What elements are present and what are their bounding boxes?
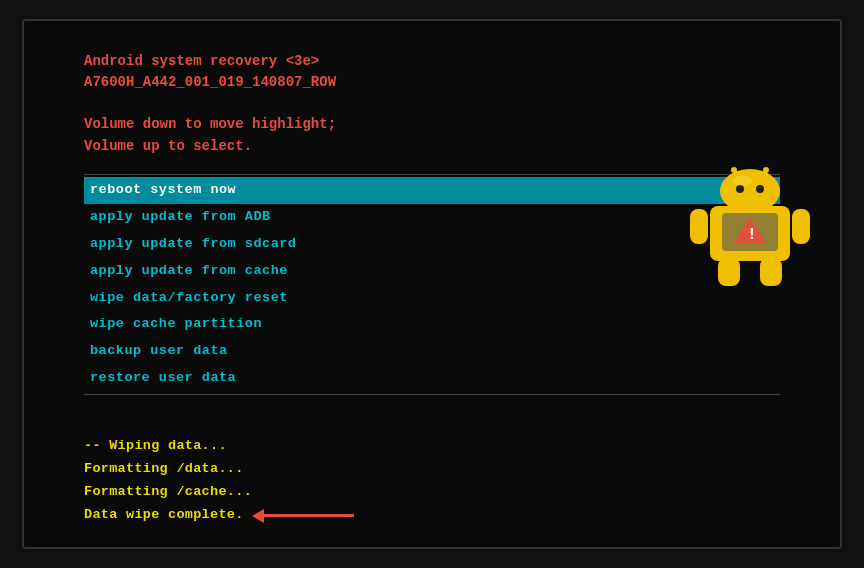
log-line-1: -- Wiping data... — [84, 435, 780, 458]
svg-point-1 — [720, 169, 780, 213]
log-line-2: Formatting /data... — [84, 458, 780, 481]
svg-point-7 — [763, 167, 769, 173]
arrow-line-icon — [264, 514, 354, 517]
log-line-3: Formatting /cache... — [84, 481, 780, 504]
android-robot-illustration: ! — [690, 161, 810, 291]
menu-item-wipe-data-factory[interactable]: wipe data/factory reset — [84, 285, 780, 312]
arrow-head-icon — [252, 509, 264, 523]
menu-divider-top — [84, 174, 780, 175]
arrow-indicator — [252, 509, 354, 523]
system-info-line2: A7600H_A442_001_019_140807_ROW — [84, 72, 780, 93]
menu-item-reboot-system-now[interactable]: reboot system now — [84, 177, 780, 204]
menu-item-wipe-cache-partition[interactable]: wipe cache partition — [84, 311, 780, 338]
svg-point-3 — [756, 185, 764, 193]
info-section: Android system recovery <3e> A7600H_A442… — [84, 51, 780, 93]
svg-text:!: ! — [747, 226, 757, 244]
menu-item-restore-user-data[interactable]: restore user data — [84, 365, 780, 392]
svg-point-2 — [736, 185, 744, 193]
instruction-line1: Volume down to move highlight; — [84, 113, 780, 135]
instruction-line2: Volume up to select. — [84, 135, 780, 157]
svg-rect-10 — [718, 258, 740, 286]
log-section: -- Wiping data... Formatting /data... Fo… — [84, 425, 780, 527]
svg-point-15 — [732, 176, 752, 186]
menu-item-apply-update-sdcard[interactable]: apply update from sdcard — [84, 231, 780, 258]
menu-item-apply-update-cache[interactable]: apply update from cache — [84, 258, 780, 285]
system-info-line1: Android system recovery <3e> — [84, 51, 780, 72]
menu-divider-bottom — [84, 394, 780, 395]
menu-section: reboot system now apply update from ADB … — [84, 174, 780, 396]
log-line-4: Data wipe complete. — [84, 504, 780, 527]
svg-rect-8 — [690, 209, 708, 244]
svg-rect-11 — [760, 258, 782, 286]
svg-rect-9 — [792, 209, 810, 244]
menu-item-apply-update-adb[interactable]: apply update from ADB — [84, 204, 780, 231]
instructions-section: Volume down to move highlight; Volume up… — [84, 113, 780, 158]
menu-item-backup-user-data[interactable]: backup user data — [84, 338, 780, 365]
recovery-screen: Android system recovery <3e> A7600H_A442… — [22, 19, 842, 549]
svg-point-6 — [731, 167, 737, 173]
